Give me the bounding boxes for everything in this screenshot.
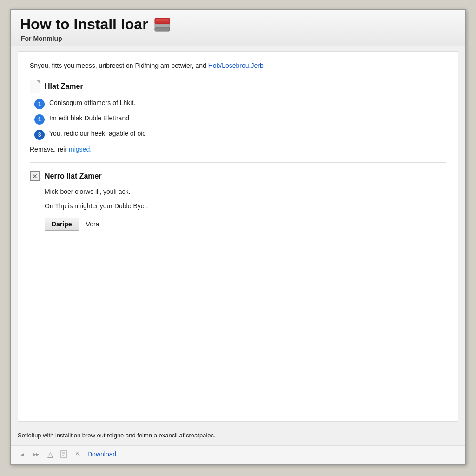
section-divider	[30, 162, 446, 163]
page-svg-icon	[60, 450, 68, 458]
download-link[interactable]: Download	[87, 450, 116, 458]
back-icon[interactable]: ◂	[18, 450, 27, 459]
section-nerro-ilat-zamer: ✕ Nerro Ilat Zamer Mick-boer clorws ill,…	[30, 171, 446, 231]
step-item: 3 You, redic our heek, agable of oic	[34, 129, 446, 140]
section1-header: Hlat Zamer	[30, 80, 446, 93]
section2-body: Mick-boer clorws ill, youli ack. On Thp …	[30, 187, 446, 231]
svg-rect-0	[155, 27, 170, 31]
svg-rect-6	[61, 450, 66, 458]
section2-body-text-2: On Thp is nhighter your Duble Byer.	[45, 201, 446, 211]
page-title: How to Install Ioar	[20, 16, 148, 33]
subtitle: For Monmlup	[20, 35, 456, 42]
section-hlat-zamer: Hlat Zamer 1 Conlsogum otflamers of Lhki…	[30, 80, 446, 153]
content-area: Snyou, fitts you meess, uribreest on Pid…	[18, 51, 458, 422]
step-badge-3: 3	[34, 130, 45, 140]
step-text-3: You, redic our heek, agable of oic	[49, 129, 145, 139]
checkbox-icon: ✕	[30, 171, 40, 181]
footer-text: Setioltup with instalition brow out reig…	[18, 431, 458, 440]
note-link[interactable]: migsed.	[69, 145, 92, 153]
doc-icon	[30, 80, 40, 93]
database-icon	[153, 15, 172, 33]
cursor-icon[interactable]: ↖	[73, 450, 83, 459]
button-row: Daripe Vora	[45, 218, 446, 231]
home-icon[interactable]: △	[46, 450, 55, 459]
step-text-2: Im edit blak Duble Elettrand	[49, 114, 129, 123]
section2-title: Nerro Ilat Zamer	[45, 172, 102, 180]
step-badge-1: 1	[34, 99, 45, 109]
step-item: 1 Im edit blak Duble Elettrand	[34, 114, 446, 125]
intro-text: Snyou, fitts you meess, uribreest on Pid…	[30, 61, 446, 71]
page-icon[interactable]	[60, 450, 69, 459]
step-badge-2: 1	[34, 114, 45, 125]
window-header: How to Install Ioar For Monmlup	[11, 10, 465, 46]
step-item: 1 Conlsogum otflamers of Lhkit.	[34, 99, 446, 109]
daripe-button[interactable]: Daripe	[45, 218, 79, 231]
intro-link[interactable]: Hob/Losebrou.Jerb	[208, 62, 264, 69]
step-text-1: Conlsogum otflamers of Lhkit.	[49, 99, 135, 108]
section1-title: Hlat Zamer	[45, 82, 83, 91]
section1-note: Remava, reir migsed.	[30, 145, 446, 153]
vora-label: Vora	[86, 220, 99, 228]
toolbar: ◂ ▸▸ △ ↖ Download	[11, 445, 465, 464]
forward-icon[interactable]: ▸▸	[32, 450, 41, 459]
section2-header: ✕ Nerro Ilat Zamer	[30, 171, 446, 181]
section2-body-text-1: Mick-boer clorws ill, youli ack.	[45, 187, 446, 197]
main-window: How to Install Ioar For Monmlup Snyou, f…	[10, 9, 466, 465]
step-list-1: 1 Conlsogum otflamers of Lhkit. 1 Im edi…	[30, 99, 446, 140]
svg-rect-3	[156, 19, 169, 21]
